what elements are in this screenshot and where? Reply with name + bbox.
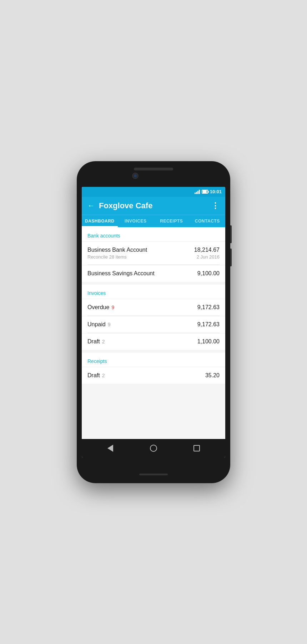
nav-back-icon bbox=[107, 445, 113, 452]
receipt-draft-count: 2 bbox=[102, 373, 105, 378]
receipt-item-draft[interactable]: Draft2 35.20 bbox=[82, 367, 225, 384]
invoice-overdue-count: 9 bbox=[111, 305, 114, 310]
phone-bottom-bar bbox=[139, 474, 168, 475]
invoice-unpaid-count: 9 bbox=[108, 322, 111, 327]
camera bbox=[132, 173, 139, 179]
nav-bar bbox=[82, 439, 225, 458]
tabs: DASHBOARD INVOICES RECEIPTS CONTACTS bbox=[82, 215, 225, 227]
receipt-draft-amount: 35.20 bbox=[205, 372, 220, 379]
invoice-unpaid-label: Unpaid bbox=[87, 321, 106, 327]
signal-bar-2 bbox=[196, 192, 197, 194]
bank-account-name-1: Business Bank Account bbox=[87, 247, 147, 253]
nav-recent-icon bbox=[193, 445, 200, 451]
invoices-section: Invoices Overdue9 9,172.63 bbox=[82, 285, 225, 350]
signal-bar-1 bbox=[195, 193, 196, 194]
back-button[interactable]: ← bbox=[87, 201, 95, 210]
invoice-item-overdue[interactable]: Overdue9 9,172.63 bbox=[82, 299, 225, 316]
signal-bar-4 bbox=[199, 190, 200, 194]
battery-fill bbox=[203, 190, 207, 193]
invoice-overdue-amount: 9,172.63 bbox=[197, 304, 220, 311]
invoice-draft-amount: 1,100.00 bbox=[197, 338, 220, 345]
bank-account-amount-2: 9,100.00 bbox=[197, 270, 220, 277]
receipts-header: Receipts bbox=[82, 353, 225, 367]
invoice-item-draft[interactable]: Draft2 1,100.00 bbox=[82, 333, 225, 350]
signal-icon bbox=[195, 190, 200, 194]
tab-receipts[interactable]: RECEIPTS bbox=[154, 215, 190, 227]
more-menu-button[interactable]: ⋮ bbox=[211, 201, 220, 210]
volume-down-button[interactable] bbox=[230, 249, 232, 266]
status-icons: 10:01 bbox=[195, 189, 222, 194]
invoice-item-unpaid[interactable]: Unpaid9 9,172.63 bbox=[82, 316, 225, 333]
signal-bar-3 bbox=[197, 191, 198, 194]
content-area: Bank accounts Business Bank Account Reco… bbox=[82, 227, 225, 439]
receipt-draft-label: Draft bbox=[87, 372, 100, 378]
bank-account-name-2: Business Savings Account bbox=[87, 270, 155, 277]
nav-recent-button[interactable] bbox=[190, 441, 204, 455]
app-header: ← Foxglove Cafe ⋮ bbox=[82, 197, 225, 215]
invoice-draft-label: Draft bbox=[87, 338, 100, 344]
tab-contacts[interactable]: CONTACTS bbox=[190, 215, 226, 227]
invoices-header: Invoices bbox=[82, 285, 225, 299]
bank-account-sub-1: Reconcile 28 items bbox=[87, 254, 147, 260]
invoice-draft-count: 2 bbox=[102, 339, 105, 344]
bank-accounts-section: Bank accounts Business Bank Account Reco… bbox=[82, 227, 225, 282]
bank-account-item-1[interactable]: Business Bank Account Reconcile 28 items… bbox=[82, 241, 225, 265]
status-bar: 10:01 bbox=[82, 187, 225, 197]
bank-account-amount-1: 18,214.67 bbox=[194, 247, 220, 253]
invoice-overdue-label: Overdue bbox=[87, 304, 109, 310]
nav-home-icon bbox=[150, 445, 157, 452]
nav-home-button[interactable] bbox=[146, 441, 161, 455]
tab-invoices[interactable]: INVOICES bbox=[118, 215, 154, 227]
bank-accounts-header: Bank accounts bbox=[82, 227, 225, 241]
invoice-unpaid-amount: 9,172.63 bbox=[197, 321, 220, 328]
phone-screen: 10:01 ← Foxglove Cafe ⋮ DASHBOARD INVOIC… bbox=[82, 187, 225, 458]
app-title: Foxglove Cafe bbox=[99, 201, 207, 210]
tab-dashboard[interactable]: DASHBOARD bbox=[82, 215, 118, 227]
receipts-section: Receipts Draft2 35.20 bbox=[82, 353, 225, 384]
bank-account-date-1: 2 Jun 2016 bbox=[197, 254, 220, 260]
nav-back-button[interactable] bbox=[103, 441, 117, 455]
bank-account-item-2[interactable]: Business Savings Account 9,100.00 bbox=[82, 265, 225, 282]
status-time: 10:01 bbox=[210, 189, 222, 194]
volume-up-button[interactable] bbox=[230, 225, 232, 243]
battery-icon bbox=[202, 190, 208, 194]
phone-shell: 10:01 ← Foxglove Cafe ⋮ DASHBOARD INVOIC… bbox=[77, 161, 230, 483]
